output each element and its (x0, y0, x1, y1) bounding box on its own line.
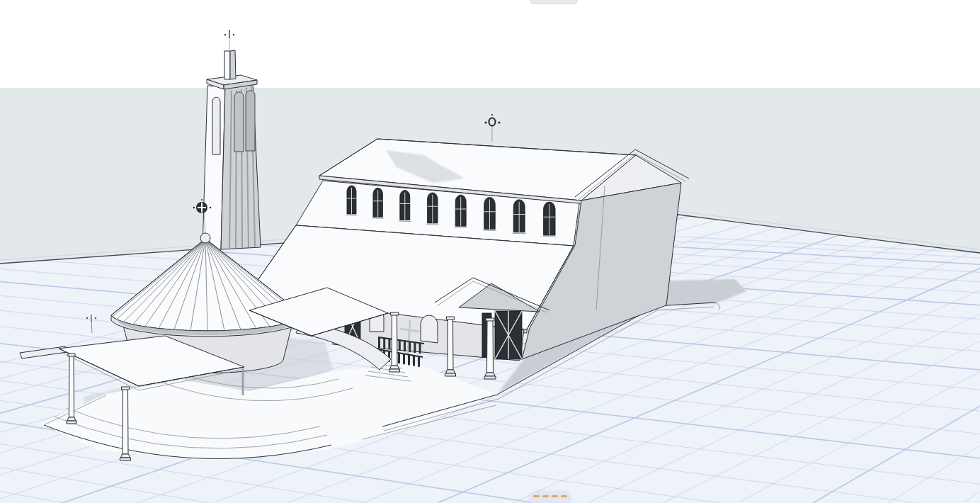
top-drawer-handle[interactable] (530, 0, 578, 4)
sky (0, 0, 980, 88)
drawer-dash (561, 495, 567, 497)
dome-finial-sphere (200, 233, 210, 243)
drawer-dash (542, 495, 549, 497)
drawer-dash (533, 495, 540, 497)
model-viewer-stage (0, 0, 980, 503)
viewport-3d[interactable] (0, 0, 980, 503)
bottom-drawer-handle[interactable] (531, 492, 569, 503)
drawer-dash (552, 495, 558, 497)
arched-doorway (421, 315, 438, 343)
tower-arched-slot (212, 97, 220, 154)
